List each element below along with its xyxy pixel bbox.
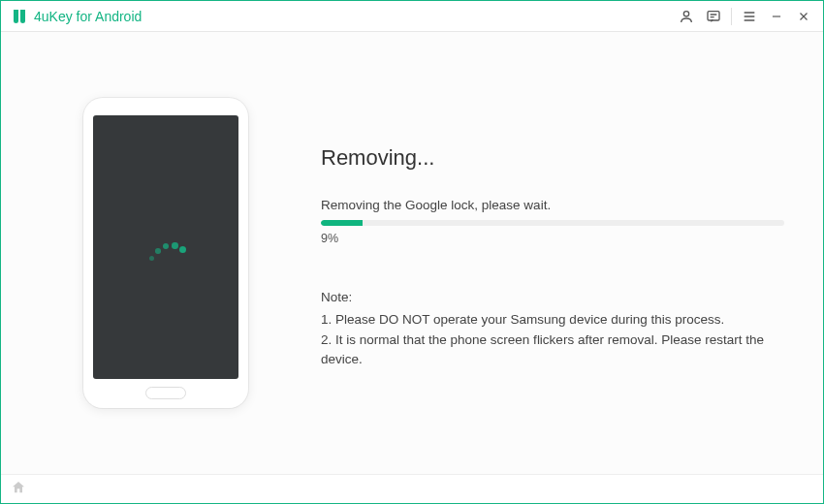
feedback-icon	[706, 9, 721, 24]
feedback-button[interactable]	[700, 3, 727, 30]
app-window: 4uKey for Android	[0, 0, 824, 504]
note-item-1: 1. Please DO NOT operate your Samsung de…	[321, 310, 784, 331]
svg-rect-1	[708, 11, 719, 19]
progress-heading: Removing...	[321, 145, 784, 171]
notes-section: Note: 1. Please DO NOT operate your Sams…	[321, 288, 784, 371]
minimize-icon	[770, 10, 783, 23]
close-icon	[797, 10, 810, 23]
account-button[interactable]	[673, 3, 700, 30]
progress-bar-fill	[321, 220, 363, 226]
progress-bar	[321, 220, 784, 226]
app-logo: 4uKey for Android	[11, 8, 142, 25]
svg-point-0	[683, 11, 688, 16]
phone-screen	[93, 115, 238, 379]
user-icon	[679, 9, 694, 24]
progress-percent-label: 9%	[321, 232, 784, 245]
logo-icon	[11, 8, 28, 25]
minimize-button[interactable]	[763, 3, 790, 30]
loading-spinner-icon	[142, 223, 190, 271]
app-title: 4uKey for Android	[34, 9, 142, 24]
menu-icon	[742, 9, 757, 24]
phone-home-button	[145, 387, 186, 399]
titlebar: 4uKey for Android	[1, 1, 823, 32]
close-button[interactable]	[790, 3, 817, 30]
info-column: Removing... Removing the Google lock, pl…	[321, 136, 784, 371]
phone-illustration	[83, 98, 248, 408]
note-item-2: 2. It is normal that the phone screen fl…	[321, 331, 784, 371]
home-icon[interactable]	[11, 480, 26, 499]
phone-column	[59, 98, 272, 408]
notes-title: Note:	[321, 288, 784, 308]
main-content: Removing... Removing the Google lock, pl…	[1, 32, 823, 474]
menu-button[interactable]	[736, 3, 763, 30]
titlebar-separator	[731, 8, 732, 25]
progress-status: Removing the Google lock, please wait.	[321, 198, 784, 212]
footer	[1, 474, 823, 503]
